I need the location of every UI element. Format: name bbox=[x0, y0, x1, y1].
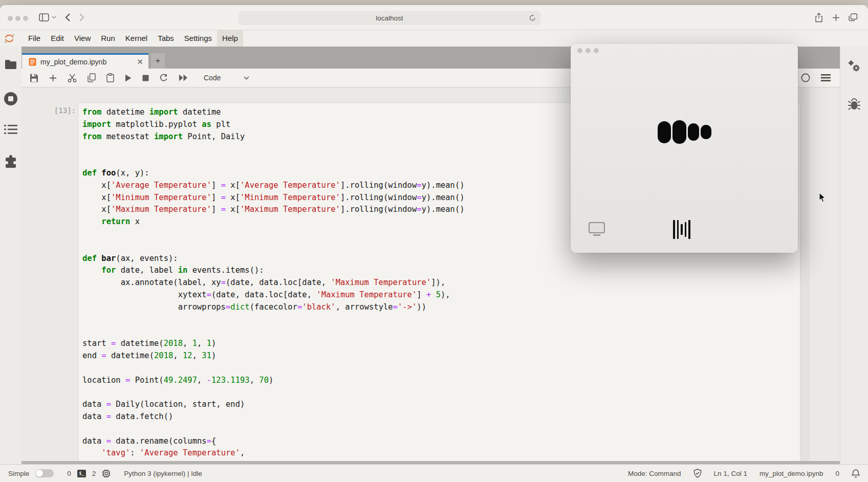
menu-settings[interactable]: Settings bbox=[179, 30, 217, 47]
code-line[interactable]: data = data.fetch() bbox=[82, 411, 800, 423]
notifications-count[interactable]: 0 bbox=[835, 470, 839, 477]
code-line[interactable]: def bar(ax, events): bbox=[82, 253, 800, 265]
code-line[interactable] bbox=[82, 314, 800, 326]
reload-icon[interactable] bbox=[529, 14, 536, 21]
toolbar-menu-icon[interactable] bbox=[821, 74, 831, 81]
restart-run-all-button[interactable] bbox=[179, 74, 188, 81]
close-window-icon[interactable] bbox=[8, 16, 13, 21]
running-sessions-icon[interactable] bbox=[0, 92, 21, 106]
menu-kernel[interactable]: Kernel bbox=[120, 30, 153, 47]
forward-icon[interactable] bbox=[79, 5, 84, 30]
terminal-icon[interactable]: $_ bbox=[77, 470, 86, 477]
code-line[interactable] bbox=[82, 423, 800, 435]
code-line[interactable]: ax.annotate(label, xy=(date, data.loc[da… bbox=[82, 277, 800, 289]
tab-title: my_plot_demo.ipynb bbox=[40, 58, 133, 66]
cursor-position[interactable]: Ln 1, Col 1 bbox=[714, 470, 747, 477]
cell-type-chevron-icon[interactable] bbox=[244, 76, 249, 80]
panel-bottom-edge bbox=[21, 461, 840, 464]
code-line[interactable]: location = Point(49.2497, -123.1193, 70) bbox=[82, 375, 800, 387]
left-activity-bar bbox=[0, 47, 21, 464]
notebook-file-icon bbox=[29, 58, 36, 66]
back-icon[interactable] bbox=[65, 5, 71, 30]
tab-overview-icon[interactable] bbox=[849, 5, 858, 30]
interrupt-kernel-button[interactable] bbox=[142, 75, 149, 81]
cell-type-select[interactable]: Code bbox=[204, 74, 221, 82]
dot-icon bbox=[658, 121, 671, 143]
overlay-zoom-icon[interactable] bbox=[594, 48, 599, 53]
menu-run[interactable]: Run bbox=[96, 30, 120, 47]
copy-cells-button[interactable] bbox=[88, 73, 96, 82]
chevron-down-icon[interactable] bbox=[52, 5, 56, 30]
code-line[interactable]: 'tmin': 'Minimum Temperature', bbox=[82, 459, 800, 461]
code-line[interactable]: arrowprops=dict(facecolor='black', arrow… bbox=[82, 301, 800, 314]
share-icon[interactable] bbox=[815, 5, 823, 30]
close-tab-icon[interactable]: ✕ bbox=[137, 58, 143, 65]
dot-icon bbox=[672, 120, 686, 144]
code-line[interactable]: data = Daily(location, start, end) bbox=[82, 399, 800, 411]
waveform-icon[interactable] bbox=[673, 220, 690, 239]
bell-icon[interactable] bbox=[852, 469, 860, 478]
code-line[interactable]: data = data.rename(columns={ bbox=[82, 435, 800, 448]
mouse-cursor bbox=[819, 192, 826, 203]
address-bar[interactable]: localhost bbox=[238, 11, 541, 25]
browser-chrome: localhost bbox=[0, 5, 868, 30]
property-inspector-icon[interactable] bbox=[840, 59, 868, 74]
statusbar-filename[interactable]: my_plot_demo.ipynb bbox=[760, 470, 823, 477]
overlay-window bbox=[571, 43, 798, 253]
new-launcher-button[interactable]: + bbox=[151, 53, 165, 69]
sidebar-toggle-icon[interactable] bbox=[39, 5, 49, 30]
right-activity-bar bbox=[840, 47, 868, 464]
menu-view[interactable]: View bbox=[69, 30, 96, 47]
debugger-icon[interactable] bbox=[840, 98, 868, 111]
trusted-shield-icon[interactable] bbox=[693, 469, 702, 478]
simple-mode-toggle[interactable] bbox=[35, 469, 54, 477]
code-line[interactable]: start = datetime(2018, 1, 1) bbox=[82, 338, 800, 350]
kernel-sessions-count[interactable]: 2 bbox=[92, 470, 96, 477]
menu-help[interactable]: Help bbox=[217, 30, 243, 47]
menu-file[interactable]: File bbox=[23, 30, 46, 47]
overlay-close-icon[interactable] bbox=[577, 48, 582, 53]
display-icon[interactable] bbox=[588, 222, 605, 236]
kernel-chip-icon[interactable] bbox=[102, 469, 111, 478]
overlay-window-controls bbox=[577, 48, 599, 53]
table-of-contents-icon[interactable] bbox=[0, 124, 21, 135]
window-controls bbox=[8, 16, 28, 21]
status-bar: Simple 0 $_ 2 Python 3 (ipykernel) | Idl… bbox=[0, 464, 868, 482]
paste-cells-button[interactable] bbox=[106, 73, 114, 82]
execution-count: [13]: bbox=[50, 106, 76, 115]
url-text: localhost bbox=[376, 14, 403, 22]
restart-kernel-button[interactable] bbox=[160, 74, 168, 82]
kernel-status-text[interactable]: Python 3 (ipykernel) | Idle bbox=[124, 470, 202, 477]
jupyter-logo-icon bbox=[4, 32, 15, 45]
desktop: { "browser": { "url": "localhost" }, "me… bbox=[0, 0, 868, 482]
minimize-window-icon[interactable] bbox=[15, 16, 20, 21]
terminals-count[interactable]: 0 bbox=[67, 470, 71, 477]
notebook-scrollbar[interactable] bbox=[800, 87, 810, 461]
code-line[interactable]: 'tavg': 'Average Temperature', bbox=[82, 447, 800, 459]
menu-edit[interactable]: Edit bbox=[46, 30, 69, 47]
notebook-tab[interactable]: my_plot_demo.ipynb ✕ bbox=[22, 53, 148, 69]
kernel-status-icon[interactable] bbox=[801, 73, 810, 82]
code-line[interactable] bbox=[82, 386, 800, 399]
cut-cells-button[interactable] bbox=[68, 74, 77, 82]
file-browser-icon[interactable] bbox=[0, 59, 21, 70]
overlay-minimize-icon[interactable] bbox=[585, 48, 591, 53]
simple-mode-label: Simple bbox=[8, 470, 29, 477]
zoom-window-icon[interactable] bbox=[23, 16, 28, 21]
menu-tabs[interactable]: Tabs bbox=[153, 30, 179, 47]
add-cell-button[interactable] bbox=[49, 74, 57, 82]
new-tab-icon[interactable] bbox=[832, 5, 840, 30]
code-line[interactable] bbox=[82, 325, 800, 338]
run-cell-button[interactable] bbox=[125, 74, 132, 82]
loading-dots bbox=[571, 120, 798, 144]
dot-icon bbox=[701, 125, 711, 139]
code-line[interactable]: end = datetime(2018, 12, 31) bbox=[82, 350, 800, 362]
code-line[interactable] bbox=[82, 362, 800, 375]
code-line[interactable]: for date, label in events.items(): bbox=[82, 265, 800, 277]
save-button[interactable] bbox=[30, 74, 38, 82]
mode-indicator[interactable]: Mode: Command bbox=[628, 470, 681, 477]
extensions-icon[interactable] bbox=[0, 155, 21, 168]
dot-icon bbox=[688, 123, 699, 141]
code-line[interactable]: xytext=(date, data.loc[date, 'Maximum Te… bbox=[82, 289, 800, 301]
